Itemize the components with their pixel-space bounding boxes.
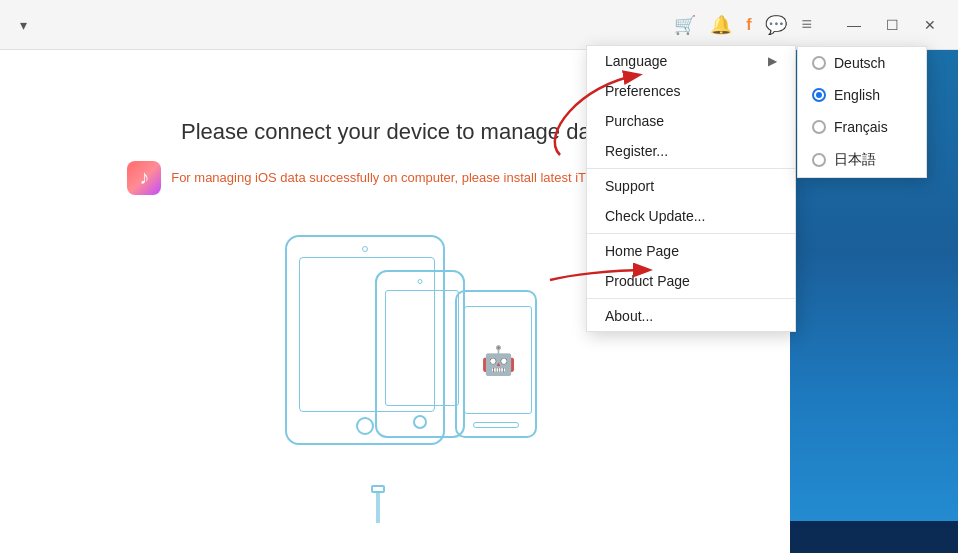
device-illustration: 🤖 [255, 235, 535, 485]
menu-divider-2 [587, 233, 795, 234]
title-bar: ▾ 🛒 🔔 f 💬 ≡ — ☐ ✕ [0, 0, 958, 50]
maximize-button[interactable]: ☐ [874, 9, 910, 41]
title-bar-left: ▾ [10, 17, 27, 33]
dropdown-menu: Language ▶ Deutsch English Français 日本語 [586, 45, 796, 332]
home-page-label: Home Page [605, 243, 679, 259]
dropdown-arrow[interactable]: ▾ [20, 17, 27, 33]
submenu-item-french[interactable]: Français [798, 111, 926, 143]
menu-divider-3 [587, 298, 795, 299]
menu-item-language[interactable]: Language ▶ Deutsch English Français 日本語 [587, 46, 795, 76]
close-button[interactable]: ✕ [912, 9, 948, 41]
menu-item-support[interactable]: Support [587, 171, 795, 201]
iphone-device [375, 270, 465, 438]
japanese-label: 日本語 [834, 151, 876, 169]
language-submenu: Deutsch English Français 日本語 [797, 46, 927, 178]
bell-icon[interactable]: 🔔 [710, 14, 732, 36]
language-label: Language [605, 53, 667, 69]
support-label: Support [605, 178, 654, 194]
menu-item-preferences[interactable]: Preferences [587, 76, 795, 106]
chat-icon[interactable]: 💬 [765, 14, 787, 36]
deutsch-label: Deutsch [834, 55, 885, 71]
japanese-radio [812, 153, 826, 167]
android-nav-bar [473, 422, 519, 428]
english-label: English [834, 87, 880, 103]
itunes-link-row: ♪ For managing iOS data successfully on … [127, 161, 663, 195]
ipad-camera [362, 246, 368, 252]
android-device: 🤖 [455, 290, 537, 438]
submenu-item-japanese[interactable]: 日本語 [798, 143, 926, 177]
menu-item-home-page[interactable]: Home Page [587, 236, 795, 266]
check-update-label: Check Update... [605, 208, 705, 224]
menu-icon[interactable]: ≡ [801, 14, 812, 35]
itunes-icon: ♪ [127, 161, 161, 195]
submenu-item-english[interactable]: English [798, 79, 926, 111]
iphone-screen [385, 290, 459, 406]
menu-item-purchase[interactable]: Purchase [587, 106, 795, 136]
title-bar-icons: 🛒 🔔 f 💬 ≡ — ☐ ✕ [674, 9, 948, 41]
english-radio [812, 88, 826, 102]
android-screen: 🤖 [464, 306, 532, 414]
french-label: Français [834, 119, 888, 135]
english-radio-dot [816, 92, 822, 98]
window-controls: — ☐ ✕ [836, 9, 948, 41]
submenu-item-deutsch[interactable]: Deutsch [798, 47, 926, 79]
cable-wire [376, 493, 380, 523]
iphone-camera [418, 279, 423, 284]
ipad-home-button [356, 417, 374, 435]
cart-icon[interactable]: 🛒 [674, 14, 696, 36]
menu-item-register[interactable]: Register... [587, 136, 795, 166]
menu-item-about[interactable]: About... [587, 301, 795, 331]
usb-cable [371, 485, 385, 523]
page-title: Please connect your device to manage dat… [181, 119, 609, 145]
menu-item-product-page[interactable]: Product Page [587, 266, 795, 296]
french-radio [812, 120, 826, 134]
taskbar [790, 521, 958, 553]
product-page-label: Product Page [605, 273, 690, 289]
cable-connector [371, 485, 385, 493]
purchase-label: Purchase [605, 113, 664, 129]
about-label: About... [605, 308, 653, 324]
iphone-home-button [413, 415, 427, 429]
music-note-icon: ♪ [139, 166, 149, 189]
minimize-button[interactable]: — [836, 9, 872, 41]
language-arrow: ▶ [768, 54, 777, 68]
android-logo-icon: 🤖 [481, 343, 516, 376]
deutsch-radio [812, 56, 826, 70]
menu-item-check-update[interactable]: Check Update... [587, 201, 795, 231]
facebook-icon[interactable]: f [746, 16, 751, 34]
register-label: Register... [605, 143, 668, 159]
preferences-label: Preferences [605, 83, 680, 99]
menu-divider-1 [587, 168, 795, 169]
